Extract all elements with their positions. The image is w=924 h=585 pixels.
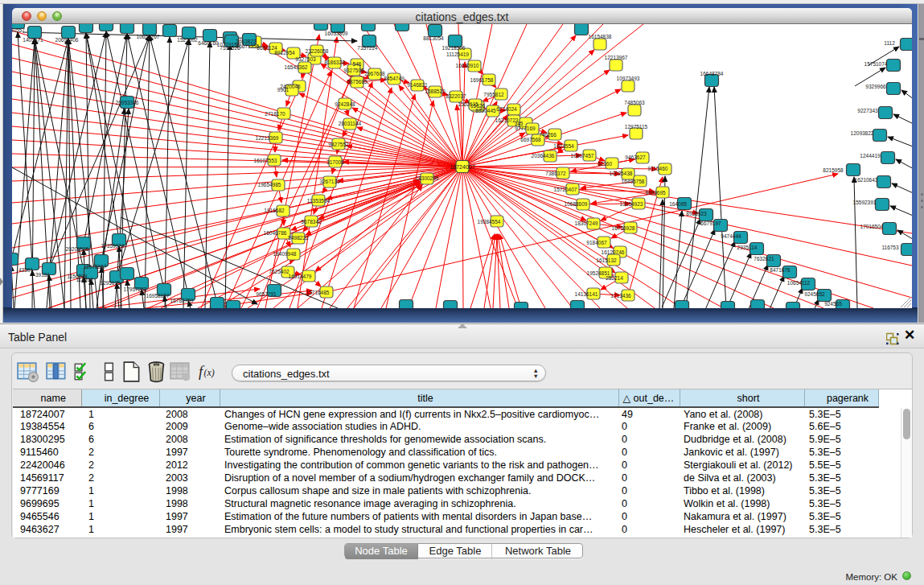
svg-text:17957253: 17957253 xyxy=(124,286,147,292)
svg-text:546: 546 xyxy=(353,61,362,67)
svg-text:1713436: 1713436 xyxy=(610,293,631,299)
svg-text:10807457: 10807457 xyxy=(571,153,594,159)
svg-text:9699695: 9699695 xyxy=(645,190,666,196)
svg-text:20206536: 20206536 xyxy=(66,246,89,252)
svg-text:16914479: 16914479 xyxy=(289,274,312,279)
svg-text:16958157: 16958157 xyxy=(146,293,170,299)
svg-text:8813054: 8813054 xyxy=(423,35,444,41)
svg-text:2935114: 2935114 xyxy=(737,245,758,250)
svg-text:7386372: 7386372 xyxy=(545,171,566,176)
svg-text:13654923: 13654923 xyxy=(620,201,643,207)
svg-text:14136141: 14136141 xyxy=(575,291,598,297)
svg-text:23226058: 23226058 xyxy=(306,48,329,54)
svg-text:9146821: 9146821 xyxy=(407,82,428,88)
svg-text:6679197: 6679197 xyxy=(700,220,721,226)
svg-text:1112: 1112 xyxy=(884,40,895,46)
svg-text:15592391: 15592391 xyxy=(853,200,877,205)
svg-text:9657791: 9657791 xyxy=(256,291,277,297)
svg-text:9474444: 9474444 xyxy=(721,233,741,239)
svg-text:2087682: 2087682 xyxy=(571,24,592,25)
svg-text:19654985: 19654985 xyxy=(258,182,281,187)
svg-text:1527602: 1527602 xyxy=(177,37,198,43)
svg-text:12093822: 12093822 xyxy=(851,130,874,136)
svg-text:6466160: 6466160 xyxy=(198,40,219,46)
svg-text:9329966: 9329966 xyxy=(865,84,886,89)
svg-text:8322037: 8322037 xyxy=(446,93,466,99)
svg-text:16033809: 16033809 xyxy=(325,31,348,36)
svg-text:10654112: 10654112 xyxy=(787,280,811,286)
svg-text:7357224: 7357224 xyxy=(357,45,378,51)
svg-text:8215958: 8215958 xyxy=(823,167,844,173)
svg-text:5678342: 5678342 xyxy=(301,219,322,225)
svg-text:10025438: 10025438 xyxy=(610,171,633,176)
svg-text:252214: 252214 xyxy=(606,275,623,281)
svg-text:12213967: 12213967 xyxy=(605,55,628,60)
svg-text:924565: 924565 xyxy=(824,301,842,307)
svg-text:8454749: 8454749 xyxy=(384,76,405,81)
svg-text:18724007: 18724007 xyxy=(450,164,474,170)
svg-text:140557: 140557 xyxy=(12,27,25,33)
svg-text:17359924: 17359924 xyxy=(101,243,125,249)
svg-text:1562615: 1562615 xyxy=(458,101,478,107)
svg-text:1615132: 1615132 xyxy=(596,257,617,263)
svg-text:9115460: 9115460 xyxy=(648,166,668,171)
svg-text:9327508: 9327508 xyxy=(343,68,364,73)
svg-text:16640910: 16640910 xyxy=(456,63,479,68)
svg-text:12923448: 12923448 xyxy=(199,307,223,308)
svg-text:15751074: 15751074 xyxy=(864,61,888,67)
svg-text:12213369: 12213369 xyxy=(256,135,279,141)
svg-text:1295135: 1295135 xyxy=(100,280,121,286)
svg-text:15716485: 15716485 xyxy=(306,290,330,295)
svg-text:18307249: 18307249 xyxy=(575,220,598,226)
svg-text:9245652: 9245652 xyxy=(804,291,825,297)
svg-text:(x): (x) xyxy=(203,367,214,378)
svg-text:116753: 116753 xyxy=(881,245,899,250)
svg-text:7632621: 7632621 xyxy=(754,256,774,262)
svg-text:16210643: 16210643 xyxy=(855,177,878,183)
svg-text:1916682: 1916682 xyxy=(264,208,285,213)
svg-text:1405571: 1405571 xyxy=(23,37,43,43)
svg-text:16495758: 16495758 xyxy=(622,179,645,184)
svg-text:9242848: 9242848 xyxy=(335,101,355,107)
svg-text:114519: 114519 xyxy=(76,277,93,282)
svg-text:16046786: 16046786 xyxy=(264,230,287,236)
svg-text:11353594: 11353594 xyxy=(307,198,331,204)
svg-text:6734024: 6734024 xyxy=(496,106,517,112)
svg-text:5498222: 5498222 xyxy=(288,235,309,241)
svg-text:11125419: 11125419 xyxy=(446,51,469,57)
svg-text:17016504: 17016504 xyxy=(860,224,884,229)
svg-text:16107553: 16107553 xyxy=(254,158,277,163)
svg-text:39131: 39131 xyxy=(35,272,50,278)
svg-text:16543362: 16543362 xyxy=(285,64,308,70)
svg-text:62160: 62160 xyxy=(598,161,612,167)
svg-text:2967608: 2967608 xyxy=(364,71,385,76)
svg-text:10688609: 10688609 xyxy=(565,201,588,207)
svg-text:8471676: 8471676 xyxy=(770,267,791,273)
svg-text:7515526: 7515526 xyxy=(220,45,240,51)
svg-text:18409948: 18409948 xyxy=(273,251,297,257)
svg-text:19218506: 19218506 xyxy=(442,45,466,51)
svg-text:28031144: 28031144 xyxy=(339,121,362,126)
svg-text:16154838: 16154838 xyxy=(589,34,612,39)
svg-text:43501: 43501 xyxy=(18,267,33,273)
svg-text:746266: 746266 xyxy=(539,132,556,138)
svg-text:2718170: 2718170 xyxy=(265,111,285,117)
svg-text:9327503: 9327503 xyxy=(295,56,316,62)
svg-text:18300295: 18300295 xyxy=(416,175,439,181)
svg-text:6697568: 6697568 xyxy=(520,137,541,142)
svg-text:164095: 164095 xyxy=(669,201,687,207)
svg-text:1624554: 1624554 xyxy=(553,143,574,149)
svg-text:8990445: 8990445 xyxy=(475,108,496,113)
svg-text:9427552: 9427552 xyxy=(328,142,349,147)
svg-text:1588520: 1588520 xyxy=(425,89,446,94)
svg-text:9227343: 9227343 xyxy=(857,108,878,113)
svg-text:8938923: 8938923 xyxy=(686,211,707,216)
svg-text:16961758: 16961758 xyxy=(470,77,494,83)
svg-text:9777169: 9777169 xyxy=(515,126,536,131)
svg-text:9463627: 9463627 xyxy=(625,154,646,160)
svg-text:16782759: 16782759 xyxy=(170,298,194,303)
svg-text:7485063: 7485063 xyxy=(624,100,645,105)
svg-text:9184067: 9184067 xyxy=(586,240,607,245)
svg-text:10973493: 10973493 xyxy=(617,76,640,81)
svg-text:15720407: 15720407 xyxy=(554,187,577,192)
